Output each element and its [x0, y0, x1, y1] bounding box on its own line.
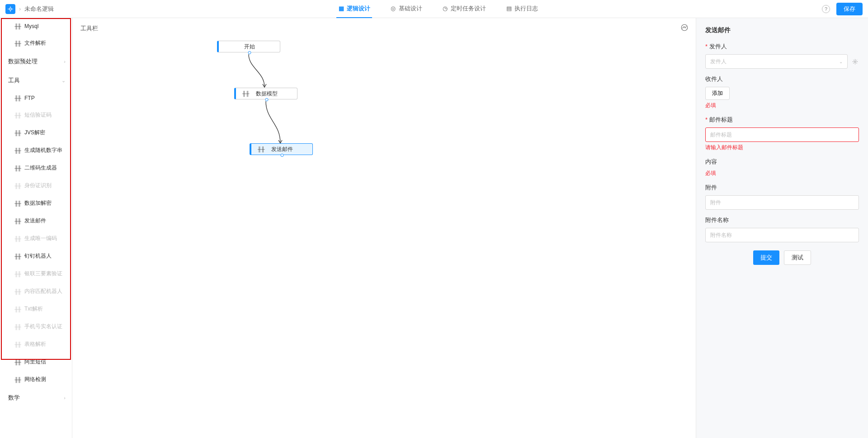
subject-error: 请输入邮件标题 [705, 144, 859, 151]
sidebar-item-tool[interactable]: ╫╫发送邮件 [0, 212, 72, 230]
save-button[interactable]: 保存 [836, 3, 863, 15]
node-icon: ╫╫ [14, 377, 21, 382]
chevron-down-icon: ⌄ [839, 59, 843, 64]
sender-label: 发件人 [705, 42, 859, 51]
attachment-input[interactable] [705, 195, 859, 210]
tab-basic-design[interactable]: ◎ 基础设计 [388, 0, 424, 18]
item-label: 银联三要素验证 [24, 270, 62, 278]
node-icon: ╫╫ [14, 325, 21, 329]
attachment-name-input[interactable] [705, 228, 859, 242]
item-label: Mysql [24, 23, 38, 29]
gear-icon[interactable] [851, 57, 859, 66]
node-icon: ╫╫ [14, 289, 21, 294]
tab-label: 逻辑设计 [347, 5, 370, 13]
item-label: 网络检测 [24, 376, 46, 383]
item-label: Txt解析 [24, 305, 43, 313]
item-label: 生成唯一编码 [24, 235, 57, 242]
node-port[interactable] [265, 98, 268, 101]
node-port[interactable] [280, 154, 283, 157]
node-label: 数据模型 [256, 90, 278, 98]
tab-label: 执行日志 [514, 5, 538, 13]
sidebar-item-file-parse[interactable]: ╫╫文件解析 [0, 34, 72, 52]
node-icon: ╫╫ [14, 219, 21, 223]
content-error: 必填 [705, 170, 859, 177]
chevron-right-icon: › [64, 395, 66, 400]
chevron-right-icon: › [64, 59, 66, 64]
item-label: 短信验证码 [24, 111, 52, 119]
item-label: 手机号实名认证 [24, 323, 62, 330]
sidebar-item-tool[interactable]: ╫╫FTP [0, 90, 72, 106]
group-label: 数学 [8, 394, 20, 402]
sidebar-group-preprocess[interactable]: 数据预处理› [0, 52, 72, 71]
log-icon: ▤ [506, 5, 512, 12]
sidebar-item-tool[interactable]: ╫╫Txt解析 [0, 300, 72, 318]
node-port[interactable] [248, 51, 251, 54]
item-label: 数据加解密 [24, 199, 52, 207]
svg-point-6 [854, 61, 856, 62]
item-label: 文件解析 [24, 39, 46, 47]
minimap-icon[interactable] [679, 23, 689, 33]
item-label: FTP [24, 95, 35, 101]
sidebar-item-tool[interactable]: ╫╫二维码生成器 [0, 159, 72, 177]
sidebar-group-tools[interactable]: 工具⌄ [0, 71, 72, 90]
sidebar-item-tool[interactable]: ╫╫银联三要素验证 [0, 265, 72, 283]
sidebar-item-tool[interactable]: ╫╫阿里短信 [0, 353, 72, 371]
item-label: 表格解析 [24, 340, 46, 348]
sidebar-item-tool[interactable]: ╫╫内容匹配机器人 [0, 283, 72, 300]
sidebar-item-tool[interactable]: ╫╫钉钉机器人 [0, 247, 72, 265]
help-icon[interactable]: ? [822, 5, 830, 13]
sidebar-item-tool[interactable]: ╫╫身份证识别 [0, 177, 72, 194]
node-icon: ╫╫ [14, 360, 21, 364]
basic-icon: ◎ [390, 5, 396, 12]
node-icon: ╫╫ [14, 254, 21, 259]
item-label: 钉钉机器人 [24, 252, 52, 260]
sidebar-item-tool[interactable]: ╫╫手机号实名认证 [0, 318, 72, 335]
tab-scheduled-task[interactable]: ◷ 定时任务设计 [440, 0, 488, 18]
sidebar-item-tool[interactable]: ╫╫短信验证码 [0, 106, 72, 124]
node-label: 发送邮件 [271, 146, 293, 153]
node-icon: ╫╫ [14, 236, 21, 241]
tab-logic-design[interactable]: ▦ 逻辑设计 [336, 0, 372, 18]
subject-input[interactable] [705, 127, 859, 142]
breadcrumb-sep: › [19, 5, 21, 12]
sidebar-item-tool[interactable]: ╫╫网络检测 [0, 371, 72, 388]
sidebar-group-math[interactable]: 数学› [0, 388, 72, 407]
sidebar-item-tool[interactable]: ╫╫数据加解密 [0, 194, 72, 212]
node-data-model[interactable]: ╫╫ 数据模型 [234, 88, 297, 99]
sidebar-item-tool[interactable]: ╫╫表格解析 [0, 335, 72, 353]
sender-select[interactable]: 发件人 ⌄ [705, 54, 848, 69]
sidebar-item-mysql[interactable]: ╫╫Mysql [0, 18, 72, 34]
test-button[interactable]: 测试 [784, 250, 811, 265]
attachment-name-label: 附件名称 [705, 216, 859, 224]
node-icon: ╫╫ [14, 166, 21, 170]
tab-execution-log[interactable]: ▤ 执行日志 [504, 0, 540, 18]
canvas[interactable]: 工具栏 开始 ╫╫ 数据模型 ╫╫ [72, 18, 696, 438]
sidebar-item-tool[interactable]: ╫╫生成随机数字串 [0, 141, 72, 159]
toolbar-label: 工具栏 [80, 24, 98, 33]
node-icon: ╫╫ [14, 184, 21, 188]
chevron-down-icon: ⌄ [61, 78, 66, 84]
item-label: JVS解密 [24, 129, 45, 137]
sidebar-item-tool[interactable]: ╫╫JVS解密 [0, 124, 72, 141]
submit-button[interactable]: 提交 [753, 250, 779, 265]
node-icon: ╫╫ [14, 342, 21, 347]
node-icon: ╫╫ [14, 24, 21, 28]
sidebar: ╫╫Mysql ╫╫文件解析 数据预处理› 工具⌄ ╫╫FTP╫╫短信验证码╫╫… [0, 18, 72, 438]
properties-panel: 发送邮件 发件人 发件人 ⌄ 收件人 添加 必填 [696, 18, 868, 438]
node-icon: ╫╫ [14, 131, 21, 135]
item-label: 内容匹配机器人 [24, 287, 62, 295]
breadcrumb: 未命名逻辑 [24, 5, 54, 13]
select-placeholder: 发件人 [710, 58, 726, 66]
node-icon: ╫╫ [14, 96, 21, 100]
item-label: 身份证识别 [24, 182, 52, 189]
node-send-mail[interactable]: ╫╫ 发送邮件 [250, 143, 313, 155]
node-icon: ╫╫ [14, 307, 21, 311]
sidebar-item-tool[interactable]: ╫╫生成唯一编码 [0, 230, 72, 247]
add-recipient-button[interactable]: 添加 [705, 87, 730, 100]
item-label: 发送邮件 [24, 217, 46, 225]
node-icon: ╫╫ [14, 148, 21, 153]
tab-label: 基础设计 [399, 5, 422, 13]
node-start[interactable]: 开始 [217, 41, 280, 52]
panel-title: 发送邮件 [705, 26, 859, 34]
subject-label: 邮件标题 [705, 116, 859, 124]
